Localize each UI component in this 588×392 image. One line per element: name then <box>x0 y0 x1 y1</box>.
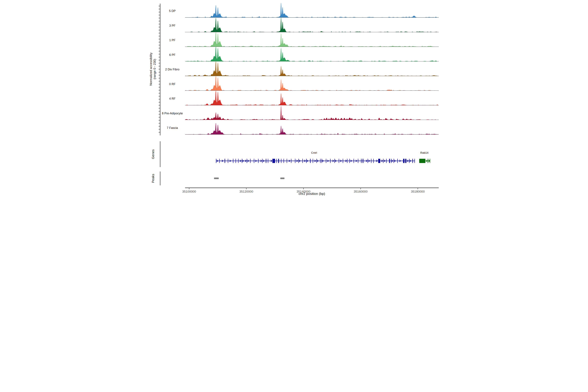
x-axis-title: chr2 position (bp) <box>298 192 325 196</box>
gene-exon <box>330 159 330 163</box>
gene-exon <box>228 159 228 163</box>
gene-exon <box>224 159 225 163</box>
gene-exon <box>373 159 374 163</box>
gene-models-group: CntrlRab14 <box>216 151 430 163</box>
gene-exon <box>354 159 354 163</box>
gene-exon <box>295 159 296 163</box>
peaks-section-label: Peaks <box>151 174 155 183</box>
gene-exon <box>236 159 236 163</box>
gene-name-label: Rab14 <box>420 151 428 154</box>
x-axis-tick-label: 35160000 <box>354 190 368 193</box>
genome-coverage-figure: Normalized accessibility (range 0 - 230)… <box>147 0 441 196</box>
gene-name-label: Cntrl <box>311 151 317 154</box>
gene-exon <box>362 159 362 163</box>
gene-exon <box>276 159 277 163</box>
gene-exon <box>347 159 348 163</box>
coverage-track: 7 Fascia <box>167 123 439 134</box>
gene-exon <box>358 159 358 163</box>
gene-exon <box>419 159 426 163</box>
track-label: 2 Div Fibro <box>165 68 179 71</box>
track-label: 1 PF <box>169 38 176 42</box>
gene-exon <box>216 159 216 163</box>
gene-exon <box>368 159 368 163</box>
gene-exon <box>409 159 410 163</box>
gene-exon <box>326 159 326 163</box>
gene-exon <box>306 159 306 163</box>
gene-exon <box>268 159 268 163</box>
gene-exon <box>394 159 394 163</box>
gene-exon <box>266 159 266 163</box>
gene-exon <box>242 159 242 163</box>
gene-exon <box>414 159 415 163</box>
peak-region <box>214 178 219 179</box>
y-axis-title-line2: (range 0 - 230) <box>153 59 156 80</box>
gene-exon <box>397 159 398 163</box>
gene-exon <box>378 159 380 163</box>
gene-model-cntrl: Cntrl <box>216 151 415 163</box>
x-axis-tick-label: 35120000 <box>240 190 253 193</box>
gene-exon <box>412 159 413 163</box>
gene-exon <box>281 159 282 163</box>
track-label: 4 RF <box>169 97 176 100</box>
gene-exon <box>219 159 220 163</box>
gene-exon <box>322 159 322 163</box>
gene-exon <box>250 159 250 163</box>
coverage-signal-path <box>185 47 439 62</box>
gene-exon <box>389 159 390 163</box>
coverage-track: 3 PF <box>169 18 439 32</box>
gene-exon <box>363 159 364 163</box>
gene-exon <box>383 159 384 163</box>
gene-exon <box>287 159 287 163</box>
coverage-signal-path <box>185 123 439 134</box>
gene-exon <box>278 159 279 163</box>
track-label: 8 Pre-Adipocyte <box>162 112 183 115</box>
gene-exon <box>310 159 311 163</box>
track-label: 6 PF <box>169 53 176 56</box>
gene-exon <box>247 159 247 163</box>
coverage-signal-path <box>185 32 439 47</box>
gene-exon <box>320 159 320 163</box>
gene-exon <box>262 159 263 163</box>
coverage-track: 1 PF <box>169 32 439 47</box>
coverage-signal-path <box>185 91 439 105</box>
gene-exon <box>258 159 258 163</box>
gene-exon <box>386 159 386 163</box>
gene-exon <box>312 159 313 163</box>
gene-exon <box>316 159 317 163</box>
coverage-signal-path <box>185 18 439 32</box>
gene-exon <box>298 159 299 163</box>
gene-exon <box>254 159 254 163</box>
coverage-signal-path <box>185 3 439 18</box>
gene-exon <box>403 159 404 163</box>
gene-exon <box>302 159 303 163</box>
gene-model-rab14: Rab14 <box>419 151 430 163</box>
coverage-signal-path <box>185 106 439 120</box>
gene-exon <box>233 159 234 163</box>
gene-exon <box>391 159 392 163</box>
x-axis-tick-label: 35100000 <box>182 190 196 193</box>
track-label: 3 PF <box>169 24 176 27</box>
gene-exon <box>371 159 372 163</box>
gene-exon <box>349 159 350 163</box>
coverage-track: 4 RF <box>169 91 439 105</box>
gene-exon <box>343 159 343 163</box>
gene-exon <box>284 159 284 163</box>
gene-exon <box>272 159 275 163</box>
gene-exon <box>361 159 362 163</box>
coverage-track: 8 Pre-Adipocyte <box>162 106 439 120</box>
coverage-track: 0 RF <box>169 76 439 91</box>
gene-exon <box>334 159 335 163</box>
coverage-signal-path <box>185 76 439 91</box>
gene-exon <box>291 159 292 163</box>
y-axis-ruler <box>158 4 160 136</box>
track-label: 5 DP <box>169 9 176 12</box>
gene-exon <box>339 159 339 163</box>
track-label: 7 Fascia <box>167 126 178 130</box>
x-axis-tick-label: 35180000 <box>411 190 425 193</box>
genes-section-label: Genes <box>151 150 155 159</box>
gene-exon <box>238 159 239 163</box>
peak-regions-group <box>214 178 284 179</box>
coverage-tracks-group: 5 DP3 PF1 PF6 PF2 Div Fibro0 RF4 RF8 Pre… <box>162 3 439 134</box>
coverage-signal-path <box>185 62 439 76</box>
gene-exon <box>428 159 428 163</box>
